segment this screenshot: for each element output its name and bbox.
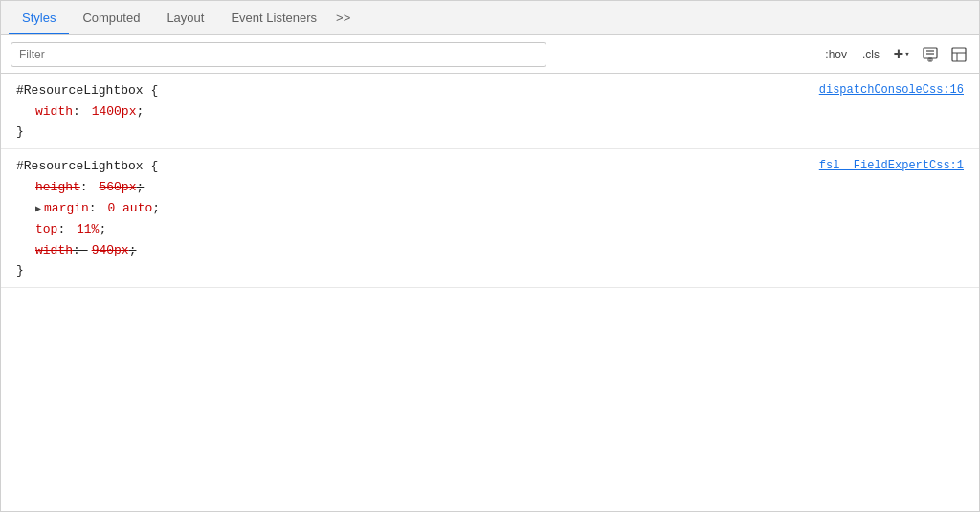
tab-layout[interactable]: Layout xyxy=(153,3,217,34)
paint-icon xyxy=(923,47,938,62)
css-property-width-2: width : 940px ; xyxy=(35,240,964,261)
css-rule-block-2: #ResourceLightbox { fsl__FieldExpertCss:… xyxy=(1,149,979,288)
source-link-1[interactable]: dispatchConsoleCss:16 xyxy=(819,83,964,97)
prop-value-top[interactable]: 11% xyxy=(77,219,99,240)
inspector-icon-button[interactable] xyxy=(948,44,969,65)
prop-value-height[interactable]: 560px xyxy=(99,177,136,198)
prop-name-width-1[interactable]: width xyxy=(35,101,73,122)
prop-semi-top: ; xyxy=(99,219,106,240)
tab-computed[interactable]: Computed xyxy=(69,3,153,34)
cls-button[interactable]: .cls xyxy=(858,46,883,63)
prop-colon-width-2: : xyxy=(73,240,88,261)
prop-colon-margin: : xyxy=(89,198,104,219)
tab-bar: Styles Computed Layout Event Listeners >… xyxy=(1,1,979,35)
css-property-height: height : 560px ; xyxy=(35,177,964,198)
css-properties-2: height : 560px ; ▶ margin : 0 auto ; top… xyxy=(35,177,964,261)
filter-input[interactable] xyxy=(11,42,546,67)
prop-name-margin[interactable]: margin xyxy=(44,198,89,219)
add-rule-button[interactable]: +▾ xyxy=(891,44,912,65)
toolbar-actions: :hov .cls +▾ xyxy=(821,44,969,65)
css-properties-1: width : 1400px ; xyxy=(35,101,964,122)
css-property-width-1: width : 1400px ; xyxy=(35,101,964,122)
prop-value-width-2[interactable]: 940px xyxy=(92,240,129,261)
plus-icon: +▾ xyxy=(893,45,909,64)
selector-2: #ResourceLightbox { xyxy=(16,159,158,173)
prop-colon-1: : xyxy=(73,101,88,122)
prop-value-margin[interactable]: 0 auto xyxy=(107,198,152,219)
prop-semi-width-2: ; xyxy=(129,240,137,261)
svg-rect-5 xyxy=(952,48,966,61)
rule-header-2: #ResourceLightbox { fsl__FieldExpertCss:… xyxy=(16,159,964,173)
styles-toolbar: :hov .cls +▾ xyxy=(1,35,979,74)
margin-expand-arrow[interactable]: ▶ xyxy=(35,201,41,217)
prop-semi-margin: ; xyxy=(152,198,160,219)
css-property-top: top : 11% ; xyxy=(35,219,964,240)
paint-icon-button[interactable] xyxy=(920,44,941,65)
css-property-margin: ▶ margin : 0 auto ; xyxy=(35,198,964,219)
prop-name-top[interactable]: top xyxy=(35,219,57,240)
prop-name-height[interactable]: height xyxy=(35,177,80,198)
hov-button[interactable]: :hov xyxy=(821,46,851,63)
closing-brace-2: } xyxy=(16,263,964,278)
css-content: #ResourceLightbox { dispatchConsoleCss:1… xyxy=(1,74,979,511)
rule-header-1: #ResourceLightbox { dispatchConsoleCss:1… xyxy=(16,83,964,98)
prop-colon-top: : xyxy=(57,219,73,240)
closing-brace-1: } xyxy=(16,124,964,139)
devtools-panel: Styles Computed Layout Event Listeners >… xyxy=(0,0,980,512)
prop-value-width-1[interactable]: 1400px xyxy=(92,101,137,122)
css-rule-block-1: #ResourceLightbox { dispatchConsoleCss:1… xyxy=(1,74,979,149)
tab-more[interactable]: >> xyxy=(330,3,356,33)
prop-name-width-2[interactable]: width xyxy=(35,240,73,261)
source-link-2[interactable]: fsl__FieldExpertCss:1 xyxy=(819,159,964,172)
tab-styles[interactable]: Styles xyxy=(9,3,69,34)
prop-semi-height: ; xyxy=(136,177,144,198)
prop-colon-height: : xyxy=(80,177,96,198)
selector-1: #ResourceLightbox { xyxy=(16,83,158,98)
inspector-icon xyxy=(951,47,967,62)
tab-event-listeners[interactable]: Event Listeners xyxy=(217,3,330,34)
prop-semi-1: ; xyxy=(136,101,144,122)
